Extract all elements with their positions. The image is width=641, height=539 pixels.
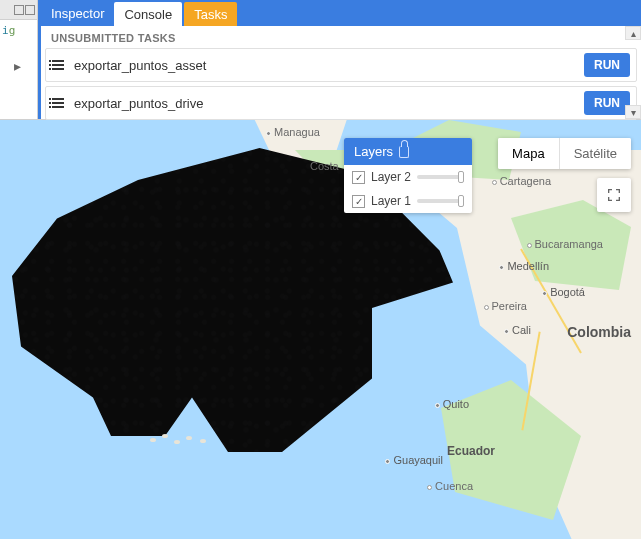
layer-row: ✓ Layer 2 [344,165,472,189]
country-label: Colombia [567,324,631,340]
tab-tasks[interactable]: Tasks [184,2,237,26]
layer-checkbox[interactable]: ✓ [352,195,365,208]
scroll-down-button[interactable]: ▾ [625,105,641,119]
islands [150,430,230,450]
city-label: Cali [504,324,531,336]
lock-icon [399,146,409,158]
city-label: Medellín [499,260,549,272]
run-button[interactable]: RUN [584,91,630,115]
fullscreen-icon [606,187,622,203]
city-label: Bucaramanga [527,238,604,250]
tasks-section-header: UNSUBMITTED TASKS [45,26,637,48]
chevron-right-icon[interactable]: ▸ [14,58,21,74]
city-label: Bogotá [542,286,585,298]
tab-inspector[interactable]: Inspector [41,0,114,26]
map-type-satellite[interactable]: Satélite [560,138,631,169]
run-button[interactable]: RUN [584,53,630,77]
editor-toolbar [0,0,37,20]
layers-header[interactable]: Layers [344,138,472,165]
layers-title: Layers [354,144,393,159]
layer-label: Layer 1 [371,194,411,208]
city-label: Costa [310,160,339,172]
map-canvas[interactable]: Managua Costa Cartagena Bucaramanga Mede… [0,120,641,539]
editor-box-icon [14,5,24,15]
layers-panel: Layers ✓ Layer 2 ✓ Layer 1 [344,138,472,213]
city-label: Cuenca [427,480,473,492]
country-label: Ecuador [447,444,495,458]
city-label: Cartagena [492,175,551,187]
layer-checkbox[interactable]: ✓ [352,171,365,184]
list-icon [52,97,66,109]
task-row: exportar_puntos_drive RUN [45,86,637,120]
fullscreen-button[interactable] [597,178,631,212]
code-fragment: ig [0,20,37,41]
city-label: Guayaquil [385,454,443,466]
layer-row: ✓ Layer 1 [344,189,472,213]
task-name[interactable]: exportar_puntos_asset [74,58,584,73]
city-label: Pereira [484,300,527,312]
tab-console[interactable]: Console [114,2,182,26]
opacity-slider[interactable] [417,175,464,179]
task-name[interactable]: exportar_puntos_drive [74,96,584,111]
layer-label: Layer 2 [371,170,411,184]
map-type-control: Mapa Satélite [498,138,631,169]
city-label: Quito [435,398,469,410]
code-editor-strip: ig ▸ [0,0,38,119]
panel-tabs: Inspector Console Tasks [41,0,641,26]
editor-box-icon [25,5,35,15]
list-icon [52,59,66,71]
map-type-map[interactable]: Mapa [498,138,559,169]
city-label: Managua [266,126,320,138]
task-row: exportar_puntos_asset RUN [45,48,637,82]
opacity-slider[interactable] [417,199,464,203]
